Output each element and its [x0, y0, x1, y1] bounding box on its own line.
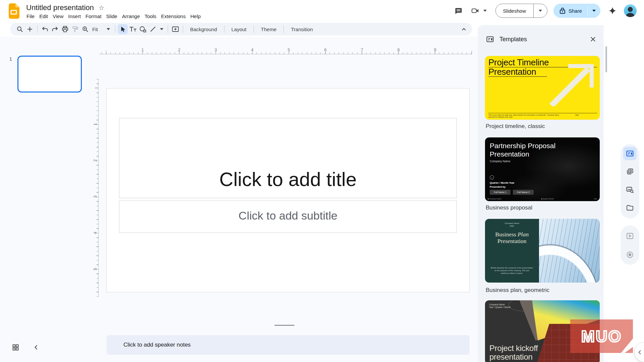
template-title-line: Presentation [497, 238, 527, 244]
chevron-down-icon[interactable] [160, 28, 163, 30]
company-date-text: Company Name Year / Quarter / Month [489, 303, 511, 309]
rail-image-search-button[interactable] [623, 183, 637, 196]
hide-menus-button[interactable] [459, 24, 469, 34]
muo-watermark: MUO [570, 319, 633, 353]
document-title[interactable]: Untitled presentation [26, 3, 94, 12]
insert-placeholder-icon [172, 26, 179, 33]
undo-icon [42, 26, 48, 33]
gemini-button[interactable] [606, 4, 619, 17]
menu-file[interactable]: File [24, 13, 37, 20]
horizontal-ruler[interactable]: 1 2 3 4 5 6 7 8 9 [99, 48, 472, 54]
subtitle-placeholder[interactable]: Click to add subtitle [119, 200, 457, 233]
menu-view[interactable]: View [50, 13, 66, 20]
rail-record-button[interactable] [623, 248, 637, 261]
menu-tools[interactable]: Tools [142, 13, 159, 20]
line-tool-button[interactable] [148, 24, 158, 34]
notes-resize-handle[interactable] [274, 325, 294, 326]
templates-icon [626, 149, 634, 158]
text-box-tool-button[interactable] [128, 24, 138, 34]
footer-text: This is your space for legal copy. State… [488, 114, 547, 118]
insert-placeholder-button[interactable] [170, 24, 180, 34]
footer-text: Year [594, 198, 597, 200]
image-search-icon [626, 186, 634, 194]
menu-insert[interactable]: Insert [66, 13, 83, 20]
speaker-notes[interactable]: Click to add speaker notes [107, 335, 470, 355]
collapse-filmstrip-button[interactable] [30, 341, 42, 353]
ruler-number: 2 [93, 158, 98, 163]
search-menus-button[interactable] [15, 24, 25, 34]
collapse-side-panel-button[interactable] [635, 343, 644, 362]
close-panel-button[interactable] [587, 33, 599, 45]
line-icon [150, 26, 156, 33]
shape-tool-button[interactable] [138, 24, 148, 34]
template-card-business-plan[interactable]: Company Name Date Business Plan Presenta… [485, 219, 600, 283]
comments-button[interactable] [452, 4, 465, 17]
panel-scrollbar[interactable] [605, 46, 607, 72]
menu-format[interactable]: Format [83, 13, 104, 20]
divider [254, 25, 254, 33]
menu-help[interactable]: Help [188, 13, 203, 20]
slides-logo[interactable] [8, 3, 19, 19]
share-options-button[interactable] [588, 4, 600, 18]
app-header: Untitled presentation ☆ File Edit View I… [0, 0, 644, 21]
menu-arrange[interactable]: Arrange [120, 13, 142, 20]
slideshow-button[interactable]: Slideshow [496, 4, 533, 17]
title-placeholder[interactable]: Click to add title [119, 118, 457, 198]
ruler-number: 6 [323, 47, 328, 52]
divider [224, 25, 224, 33]
theme-button[interactable]: Theme [256, 26, 281, 32]
star-icon[interactable]: ☆ [99, 5, 104, 11]
paint-format-button[interactable] [70, 24, 80, 34]
ruler-number: 4 [93, 230, 98, 236]
zoom-button[interactable] [80, 24, 90, 34]
rail-folder-button[interactable] [623, 201, 637, 215]
muo-watermark-text: MUO [581, 327, 622, 346]
company-name-text: Company Name [490, 160, 510, 163]
undo-button[interactable] [40, 24, 50, 34]
play-slideshow-icon [626, 232, 634, 240]
zoom-select[interactable]: Fit [90, 26, 113, 32]
template-card-partnership-proposal[interactable]: Partnership Proposal Presentation Compan… [485, 137, 600, 201]
rail-play-button[interactable] [623, 229, 637, 243]
template-title-line: Presentation [488, 67, 547, 77]
ruler-number: 3 [93, 194, 98, 199]
ruler-number: 8 [396, 47, 401, 52]
slide-canvas[interactable]: Click to add title Click to add subtitle [106, 88, 470, 292]
rail-templates-button[interactable] [623, 147, 637, 160]
record-icon [626, 251, 634, 259]
redo-button[interactable] [50, 24, 60, 34]
templates-panel: Templates Project Timeline Presentation … [478, 25, 604, 362]
rail-photos-button[interactable] [623, 165, 637, 178]
folder-icon [626, 204, 634, 212]
share-button[interactable]: Share [553, 4, 587, 18]
company-date-text: Company Name Date [485, 222, 539, 227]
new-slide-button[interactable] [25, 24, 35, 34]
layout-button[interactable]: Layout [227, 26, 251, 32]
menu-extensions[interactable]: Extensions [159, 13, 188, 20]
grid-view-button[interactable] [9, 341, 21, 353]
date-text: Date [510, 225, 514, 227]
presented-by-text: Presented by [490, 185, 505, 188]
speaker-notes-placeholder: Click to add speaker notes [107, 342, 191, 348]
menu-slide[interactable]: Slide [104, 13, 119, 20]
presenter-pill: Full Name 1 [490, 190, 511, 195]
background-button[interactable]: Background [185, 26, 222, 32]
templates-panel-title: Templates [499, 36, 587, 43]
menu-edit[interactable]: Edit [37, 13, 50, 20]
template-title-line: Business [495, 231, 518, 238]
transition-button[interactable]: Transition [286, 26, 317, 32]
templates-icon [486, 35, 494, 43]
template-title-italic: Plan [518, 231, 529, 238]
account-avatar[interactable] [624, 4, 637, 17]
menu-bar: File Edit View Insert Format Slide Arran… [24, 13, 203, 20]
print-button[interactable] [60, 24, 70, 34]
divider [183, 25, 183, 33]
select-tool-button[interactable] [118, 24, 128, 34]
slideshow-options-button[interactable] [534, 4, 547, 17]
meet-call-button[interactable] [471, 7, 487, 15]
scroll-down-glyph: ⌄ [490, 175, 494, 180]
header-actions: Slideshow Share [452, 0, 644, 21]
filmstrip-slide-thumbnail[interactable] [17, 56, 82, 93]
vertical-ruler[interactable]: 1 2 3 4 5 [93, 79, 99, 297]
template-card-project-timeline[interactable]: Project Timeline Presentation This is yo… [485, 56, 600, 120]
